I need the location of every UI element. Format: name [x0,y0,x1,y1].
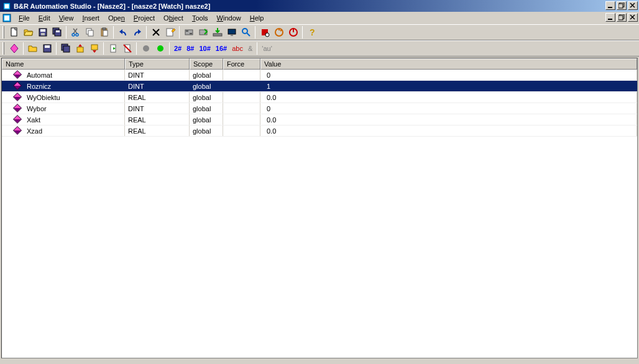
cell-type[interactable]: DINT [125,103,190,114]
menu-help[interactable]: HelpHelp [246,13,269,23]
mdi-close-button[interactable] [628,13,638,22]
build-button[interactable] [182,25,196,39]
cell-scope[interactable]: global [190,103,223,114]
mdi-restore-button[interactable] [617,13,627,22]
format-binary-button[interactable]: 2# [172,42,184,55]
column-header-force[interactable]: Force [223,58,260,70]
table-row[interactable]: XaktREALglobal0.0 [2,114,637,125]
restore-button[interactable] [617,1,627,10]
help-button[interactable]: ? [305,25,319,39]
cell-force[interactable] [223,81,260,91]
variable-icon [13,93,22,101]
menu-edit[interactable]: EditEdit [34,13,55,23]
cell-value[interactable]: 0 [260,70,637,80]
paste-button[interactable] [97,25,111,39]
menu-project[interactable]: ProjectProject [129,13,159,23]
force-off-button[interactable] [153,42,167,55]
cell-type[interactable]: REAL [125,114,190,125]
table-row[interactable]: WyborDINTglobal0 [2,103,637,114]
table-row[interactable]: RozniczDINTglobal1 [2,81,637,92]
archive-button[interactable] [58,42,73,55]
save-all-button[interactable] [50,25,64,39]
open-button[interactable] [21,25,35,39]
cell-name[interactable]: Wybor [2,103,125,114]
menu-window[interactable]: WindowWindow [213,13,246,23]
table-row[interactable]: XzadREALglobal0.0 [2,125,637,137]
menu-object[interactable]: ObjectObject [159,13,188,23]
column-header-type[interactable]: Type [125,58,190,70]
undo-button[interactable] [116,25,130,39]
close-button[interactable] [628,1,638,10]
variable-name-label: Wybor [27,105,47,112]
archive-up-button[interactable] [73,42,87,55]
cell-force[interactable] [223,92,260,102]
warmstart-button[interactable] [272,25,286,39]
menu-view[interactable]: ViewView [55,13,78,23]
transfer-button[interactable] [210,25,224,39]
cell-type[interactable]: DINT [125,70,190,80]
delete-button[interactable] [149,25,163,39]
cell-value[interactable]: 0.0 [260,114,637,125]
menu-tools[interactable]: ToolsTools [188,13,213,23]
format-decimal-button[interactable]: 10# [197,42,213,55]
minimize-button[interactable] [605,1,615,10]
format-hex-button[interactable]: 16# [213,42,229,55]
cell-scope[interactable]: global [190,81,223,91]
cell-scope[interactable]: global [190,92,223,102]
cell-type[interactable]: REAL [125,92,190,102]
cell-force[interactable] [223,114,260,125]
cell-value[interactable]: 1 [260,81,637,91]
menu-insert[interactable]: InsertInsert [78,13,104,23]
cell-name[interactable]: Roznicz [2,81,125,91]
cell-name[interactable]: Xzad [2,125,125,136]
cell-name[interactable]: Automat [2,70,125,80]
deactivate-force-button[interactable] [120,42,134,55]
cell-type[interactable]: REAL [125,125,190,136]
format-au-button[interactable]: 'au' [259,42,274,55]
menu-file[interactable]: FFileile [14,13,34,23]
save-button[interactable] [35,25,50,39]
insert-variable-button[interactable] [7,42,21,55]
cell-value[interactable]: 0 [260,103,637,114]
stop-button[interactable] [257,25,272,39]
cell-value[interactable]: 0.0 [260,92,637,102]
cell-scope[interactable]: global [190,125,223,136]
find-button[interactable] [239,25,253,39]
copy-button[interactable] [83,25,97,39]
menu-open[interactable]: OpenOpen [104,13,129,23]
cell-value[interactable]: 0.0 [260,125,637,136]
format-amp-button[interactable]: & [246,42,255,55]
force-on-button[interactable] [139,42,153,55]
activate-force-button[interactable] [106,42,120,55]
mdi-child-icon[interactable] [2,13,12,23]
svg-rect-9 [608,19,612,20]
cell-name[interactable]: WyObiektu [2,92,125,102]
column-header-scope[interactable]: Scope [190,58,223,70]
archive-down-button[interactable] [87,42,101,55]
table-row[interactable]: WyObiektuREALglobal0.0 [2,92,637,103]
toolbar-grip[interactable] [2,42,4,55]
column-header-value[interactable]: Value [260,58,637,70]
cell-scope[interactable]: global [190,70,223,80]
monitor-button[interactable] [224,25,239,39]
cell-force[interactable] [223,103,260,114]
cut-button[interactable] [68,25,83,39]
save-watch-button[interactable] [40,42,54,55]
rebuild-button[interactable] [196,25,210,39]
toolbar-grip[interactable] [2,26,4,39]
cell-force[interactable] [223,125,260,136]
mdi-minimize-button[interactable] [605,13,615,22]
cell-scope[interactable]: global [190,114,223,125]
format-string-button[interactable]: abc [229,42,246,55]
properties-button[interactable] [163,25,177,39]
cell-force[interactable] [223,70,260,80]
open-watch-button[interactable] [25,42,40,55]
format-octal-button[interactable]: 8# [184,42,196,55]
coldstart-button[interactable] [286,25,300,39]
table-row[interactable]: AutomatDINTglobal0 [2,70,637,81]
new-button[interactable] [7,25,21,39]
column-header-name[interactable]: Name [2,58,125,70]
cell-name[interactable]: Xakt [2,114,125,125]
cell-type[interactable]: DINT [125,81,190,91]
redo-button[interactable] [130,25,144,39]
